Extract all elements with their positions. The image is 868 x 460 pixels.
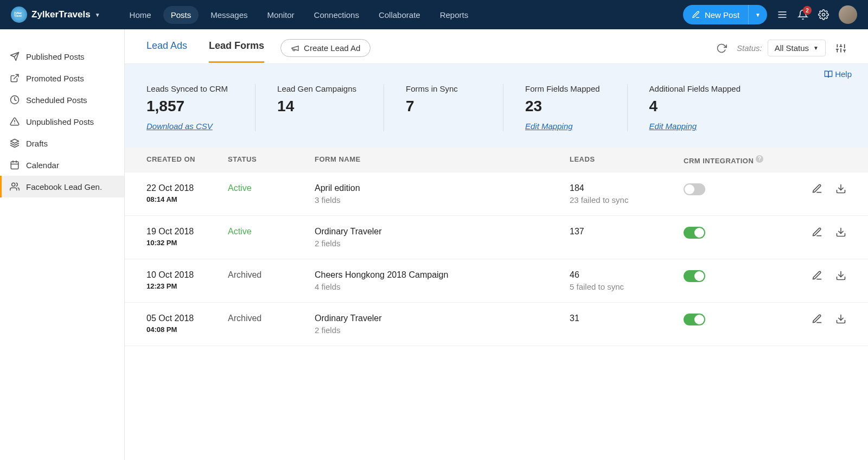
avatar[interactable] (839, 5, 857, 24)
row-leads-failed: 23 failed to sync (570, 195, 684, 205)
download-icon[interactable] (835, 314, 846, 324)
download-icon[interactable] (835, 183, 846, 194)
stat-card: Additional Fields Mapped4Edit Mapping (649, 84, 768, 131)
svg-point-3 (822, 14, 825, 16)
send-icon (10, 52, 20, 61)
sidebar-item-drafts[interactable]: Drafts (0, 132, 124, 154)
row-time: 08:14 AM (146, 195, 228, 203)
create-lead-ad-button[interactable]: Create Lead Ad (280, 39, 371, 57)
edit-icon[interactable] (812, 227, 822, 238)
svg-point-15 (12, 183, 15, 186)
row-leads-failed: 5 failed to sync (570, 282, 684, 291)
edit-icon[interactable] (812, 183, 822, 194)
notification-badge: 2 (803, 6, 812, 15)
megaphone-icon (291, 44, 299, 53)
new-post-label: New Post (705, 10, 739, 20)
header-created: CREATED ON (146, 155, 228, 165)
refresh-icon[interactable] (716, 43, 727, 54)
nav-item-monitor[interactable]: Monitor (260, 6, 302, 24)
status-filter: Status: All Status ▼ (737, 40, 826, 56)
brand-selector[interactable]: Zylker Travel ZylkerTravels ▼ (11, 7, 100, 23)
tabs: Lead AdsLead Forms (146, 40, 264, 63)
stat-link[interactable]: Download as CSV (146, 122, 213, 131)
stat-value: 1,857 (146, 98, 228, 115)
header-leads: LEADS (570, 155, 684, 165)
row-time: 12:23 PM (146, 282, 228, 290)
new-post-dropdown[interactable]: ▼ (748, 5, 767, 24)
stat-label: Lead Gen Campaigns (277, 84, 356, 93)
stat-label: Form Fields Mapped (525, 84, 600, 93)
row-form-fields: 2 fields (315, 239, 570, 248)
row-leads: 184 (570, 183, 684, 193)
sidebar: Published PostsPromoted PostsScheduled P… (0, 29, 125, 460)
sidebar-item-promoted-posts[interactable]: Promoted Posts (0, 67, 124, 89)
row-form-name: Ordinary Traveler (315, 314, 570, 323)
nav-item-messages[interactable]: Messages (203, 6, 255, 24)
main-content: Lead AdsLead Forms Create Lead Ad Status… (125, 29, 868, 460)
svg-line-6 (14, 74, 18, 79)
row-form-fields: 3 fields (315, 195, 570, 205)
brand-name: ZylkerTravels (31, 9, 91, 20)
top-nav: Zylker Travel ZylkerTravels ▼ HomePostsM… (0, 0, 868, 29)
sidebar-item-label: Published Posts (26, 52, 85, 61)
warning-icon (10, 117, 20, 126)
new-post-button[interactable]: New Post ▼ (683, 5, 767, 24)
table-row: 10 Oct 201812:23 PMArchivedCheers Hongko… (125, 259, 868, 303)
help-icon[interactable]: ? (756, 155, 763, 163)
row-form-name: Ordinary Traveler (315, 227, 570, 237)
download-icon[interactable] (835, 227, 846, 238)
svg-marker-10 (11, 139, 19, 144)
nav-item-collaborate[interactable]: Collaborate (371, 6, 428, 24)
crm-toggle[interactable] (684, 314, 705, 325)
tab-lead-ads[interactable]: Lead Ads (146, 40, 187, 63)
stat-link[interactable]: Edit Mapping (525, 122, 573, 131)
bell-icon[interactable]: 2 (797, 9, 808, 20)
chevron-down-icon: ▼ (95, 12, 100, 18)
row-form-fields: 2 fields (315, 325, 570, 335)
sliders-icon[interactable] (835, 43, 846, 54)
nav-item-connections[interactable]: Connections (307, 6, 367, 24)
stat-link[interactable]: Edit Mapping (649, 122, 697, 131)
sidebar-item-unpublished-posts[interactable]: Unpublished Posts (0, 111, 124, 132)
edit-icon[interactable] (812, 314, 822, 324)
row-date: 22 Oct 2018 (146, 183, 228, 193)
row-date: 19 Oct 2018 (146, 227, 228, 237)
crm-toggle[interactable] (684, 227, 705, 239)
book-icon (824, 70, 833, 79)
help-row: Help (125, 64, 868, 79)
clock-icon (10, 95, 20, 105)
gear-icon[interactable] (818, 9, 829, 20)
stat-card: Form Fields Mapped23Edit Mapping (525, 84, 628, 131)
sidebar-item-label: Unpublished Posts (26, 117, 94, 126)
sidebar-item-scheduled-posts[interactable]: Scheduled Posts (0, 89, 124, 111)
table-header: CREATED ON STATUS FORM NAME LEADS CRM IN… (125, 148, 868, 173)
compose-icon (692, 10, 700, 19)
stat-label: Forms in Sync (406, 84, 476, 93)
stat-label: Leads Synced to CRM (146, 84, 228, 93)
stat-card: Leads Synced to CRM1,857Download as CSV (146, 84, 256, 131)
nav-item-reports[interactable]: Reports (432, 6, 476, 24)
header-crm: CRM INTEGRATION? (684, 155, 781, 165)
stat-label: Additional Fields Mapped (649, 84, 741, 93)
stats-cards: Leads Synced to CRM1,857Download as CSVL… (125, 79, 868, 148)
edit-icon[interactable] (812, 270, 822, 281)
help-link[interactable]: Help (824, 69, 852, 79)
sidebar-item-published-posts[interactable]: Published Posts (0, 46, 124, 67)
download-icon[interactable] (835, 270, 846, 281)
row-form-fields: 4 fields (315, 282, 570, 291)
status-filter-select[interactable]: All Status ▼ (768, 40, 826, 56)
crm-toggle[interactable] (684, 270, 705, 282)
row-status: Active (228, 183, 315, 193)
calendar-icon (10, 160, 20, 170)
row-time: 04:08 PM (146, 325, 228, 334)
table-body: 22 Oct 201808:14 AMActiveApril edition3 … (125, 173, 868, 346)
sidebar-item-facebook-lead-gen-[interactable]: Facebook Lead Gen. (0, 176, 124, 197)
crm-toggle[interactable] (684, 183, 705, 195)
external-icon (10, 73, 20, 83)
nav-item-home[interactable]: Home (122, 6, 159, 24)
tab-lead-forms[interactable]: Lead Forms (209, 40, 264, 63)
menu-icon[interactable] (777, 9, 788, 20)
sidebar-item-calendar[interactable]: Calendar (0, 154, 124, 176)
nav-item-posts[interactable]: Posts (163, 6, 199, 24)
sidebar-item-label: Facebook Lead Gen. (26, 182, 102, 191)
